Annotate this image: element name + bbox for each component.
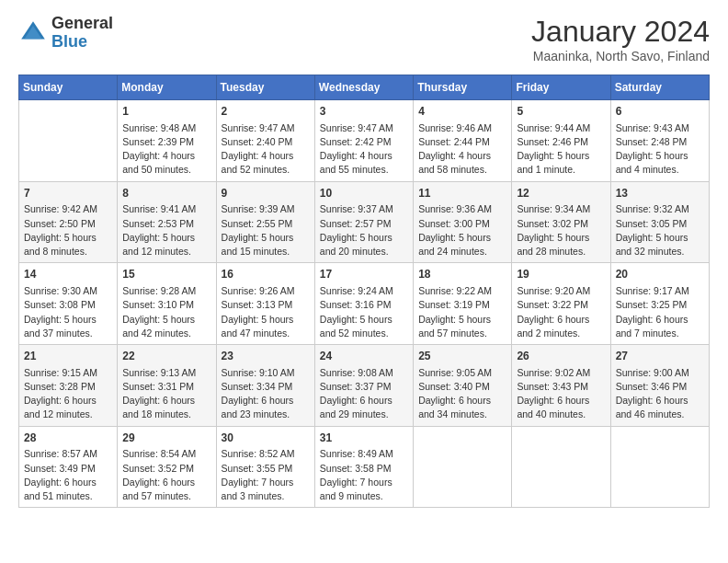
calendar-cell: 22Sunrise: 9:13 AMSunset: 3:31 PMDayligh… xyxy=(118,345,216,427)
calendar-cell: 23Sunrise: 9:10 AMSunset: 3:34 PMDayligh… xyxy=(216,345,314,427)
day-info: Sunrise: 8:49 AMSunset: 3:58 PMDaylight:… xyxy=(320,447,408,503)
day-info: Sunrise: 9:05 AMSunset: 3:40 PMDaylight:… xyxy=(418,366,506,422)
calendar-cell: 11Sunrise: 9:36 AMSunset: 3:00 PMDayligh… xyxy=(414,181,512,263)
calendar-cell: 31Sunrise: 8:49 AMSunset: 3:58 PMDayligh… xyxy=(314,426,413,508)
day-info: Sunrise: 8:54 AMSunset: 3:52 PMDaylight:… xyxy=(122,447,210,503)
day-info: Sunrise: 9:39 AMSunset: 2:55 PMDaylight:… xyxy=(222,202,310,259)
day-number: 16 xyxy=(222,267,310,282)
day-number: 30 xyxy=(222,431,310,446)
day-number: 6 xyxy=(616,104,704,120)
calendar-cell: 5Sunrise: 9:44 AMSunset: 2:46 PMDaylight… xyxy=(512,100,610,182)
calendar-cell: 30Sunrise: 8:52 AMSunset: 3:55 PMDayligh… xyxy=(216,426,314,508)
day-number: 9 xyxy=(222,186,310,201)
calendar-cell: 24Sunrise: 9:08 AMSunset: 3:37 PMDayligh… xyxy=(314,345,413,427)
day-number: 14 xyxy=(24,267,112,282)
calendar-cell: 9Sunrise: 9:39 AMSunset: 2:55 PMDaylight… xyxy=(216,181,314,263)
header: General Blue January 2024 Maaninka, Nort… xyxy=(18,15,710,63)
calendar-cell: 15Sunrise: 9:28 AMSunset: 3:10 PMDayligh… xyxy=(118,263,216,345)
logo-text: General Blue xyxy=(51,15,113,52)
day-number: 18 xyxy=(418,267,506,282)
day-info: Sunrise: 9:47 AMSunset: 2:42 PMDaylight:… xyxy=(320,121,408,178)
logo-blue: Blue xyxy=(51,33,113,52)
calendar-cell: 10Sunrise: 9:37 AMSunset: 2:57 PMDayligh… xyxy=(314,181,413,263)
header-cell-wednesday: Wednesday xyxy=(314,75,413,100)
day-info: Sunrise: 9:36 AMSunset: 3:00 PMDaylight:… xyxy=(418,202,506,259)
day-info: Sunrise: 9:13 AMSunset: 3:31 PMDaylight:… xyxy=(122,366,210,422)
day-number: 7 xyxy=(24,186,112,201)
calendar-row: 21Sunrise: 9:15 AMSunset: 3:28 PMDayligh… xyxy=(19,345,710,427)
day-info: Sunrise: 9:10 AMSunset: 3:34 PMDaylight:… xyxy=(222,366,310,422)
calendar-cell: 20Sunrise: 9:17 AMSunset: 3:25 PMDayligh… xyxy=(610,263,709,345)
day-info: Sunrise: 9:17 AMSunset: 3:25 PMDaylight:… xyxy=(616,284,704,340)
calendar-row: 28Sunrise: 8:57 AMSunset: 3:49 PMDayligh… xyxy=(19,426,710,508)
day-number: 11 xyxy=(418,186,506,201)
logo: General Blue xyxy=(18,15,113,52)
calendar-cell: 26Sunrise: 9:02 AMSunset: 3:43 PMDayligh… xyxy=(512,345,610,427)
header-cell-tuesday: Tuesday xyxy=(216,75,314,100)
calendar-cell: 14Sunrise: 9:30 AMSunset: 3:08 PMDayligh… xyxy=(19,263,118,345)
calendar-cell: 13Sunrise: 9:32 AMSunset: 3:05 PMDayligh… xyxy=(610,181,709,263)
header-row: SundayMondayTuesdayWednesdayThursdayFrid… xyxy=(19,75,710,100)
calendar-cell: 21Sunrise: 9:15 AMSunset: 3:28 PMDayligh… xyxy=(19,345,118,427)
day-info: Sunrise: 9:44 AMSunset: 2:46 PMDaylight:… xyxy=(517,121,605,178)
day-info: Sunrise: 9:26 AMSunset: 3:13 PMDaylight:… xyxy=(222,284,310,340)
day-number: 5 xyxy=(517,104,605,120)
day-number: 4 xyxy=(418,104,506,120)
day-info: Sunrise: 9:48 AMSunset: 2:39 PMDaylight:… xyxy=(122,121,210,178)
calendar-body: 1Sunrise: 9:48 AMSunset: 2:39 PMDaylight… xyxy=(19,100,710,508)
calendar-table: SundayMondayTuesdayWednesdayThursdayFrid… xyxy=(18,75,710,508)
day-number: 10 xyxy=(320,186,408,201)
calendar-cell xyxy=(414,426,512,508)
calendar-cell: 16Sunrise: 9:26 AMSunset: 3:13 PMDayligh… xyxy=(216,263,314,345)
day-info: Sunrise: 9:00 AMSunset: 3:46 PMDaylight:… xyxy=(616,366,704,422)
day-info: Sunrise: 9:34 AMSunset: 3:02 PMDaylight:… xyxy=(517,202,605,259)
day-number: 19 xyxy=(517,267,605,282)
calendar-cell: 4Sunrise: 9:46 AMSunset: 2:44 PMDaylight… xyxy=(414,100,512,182)
calendar-cell: 25Sunrise: 9:05 AMSunset: 3:40 PMDayligh… xyxy=(414,345,512,427)
day-info: Sunrise: 8:57 AMSunset: 3:49 PMDaylight:… xyxy=(24,447,112,503)
day-number: 26 xyxy=(517,349,605,364)
day-number: 13 xyxy=(616,186,704,201)
month-title: January 2024 xyxy=(531,15,710,49)
day-info: Sunrise: 9:37 AMSunset: 2:57 PMDaylight:… xyxy=(320,202,408,259)
calendar-row: 7Sunrise: 9:42 AMSunset: 2:50 PMDaylight… xyxy=(19,181,710,263)
day-info: Sunrise: 9:22 AMSunset: 3:19 PMDaylight:… xyxy=(418,284,506,340)
header-cell-saturday: Saturday xyxy=(610,75,709,100)
calendar-cell: 3Sunrise: 9:47 AMSunset: 2:42 PMDaylight… xyxy=(314,100,413,182)
day-number: 21 xyxy=(24,349,112,364)
day-info: Sunrise: 9:20 AMSunset: 3:22 PMDaylight:… xyxy=(517,284,605,340)
day-info: Sunrise: 8:52 AMSunset: 3:55 PMDaylight:… xyxy=(222,447,310,503)
day-info: Sunrise: 9:24 AMSunset: 3:16 PMDaylight:… xyxy=(320,284,408,340)
day-number: 17 xyxy=(320,267,408,282)
day-info: Sunrise: 9:08 AMSunset: 3:37 PMDaylight:… xyxy=(320,366,408,422)
calendar-cell: 18Sunrise: 9:22 AMSunset: 3:19 PMDayligh… xyxy=(414,263,512,345)
day-number: 8 xyxy=(122,186,210,201)
calendar-cell xyxy=(610,426,709,508)
calendar-row: 14Sunrise: 9:30 AMSunset: 3:08 PMDayligh… xyxy=(19,263,710,345)
day-info: Sunrise: 9:41 AMSunset: 2:53 PMDaylight:… xyxy=(122,202,210,259)
day-number: 15 xyxy=(122,267,210,282)
day-info: Sunrise: 9:46 AMSunset: 2:44 PMDaylight:… xyxy=(418,121,506,178)
header-cell-friday: Friday xyxy=(512,75,610,100)
subtitle: Maaninka, North Savo, Finland xyxy=(531,49,710,63)
day-info: Sunrise: 9:28 AMSunset: 3:10 PMDaylight:… xyxy=(122,284,210,340)
day-info: Sunrise: 9:42 AMSunset: 2:50 PMDaylight:… xyxy=(24,202,112,259)
logo-icon xyxy=(18,18,48,48)
calendar-cell: 27Sunrise: 9:00 AMSunset: 3:46 PMDayligh… xyxy=(610,345,709,427)
day-number: 28 xyxy=(24,431,112,446)
day-number: 24 xyxy=(320,349,408,364)
calendar-cell: 1Sunrise: 9:48 AMSunset: 2:39 PMDaylight… xyxy=(118,100,216,182)
day-info: Sunrise: 9:32 AMSunset: 3:05 PMDaylight:… xyxy=(616,202,704,259)
day-number: 20 xyxy=(616,267,704,282)
calendar-cell: 19Sunrise: 9:20 AMSunset: 3:22 PMDayligh… xyxy=(512,263,610,345)
day-info: Sunrise: 9:47 AMSunset: 2:40 PMDaylight:… xyxy=(222,121,310,178)
day-number: 22 xyxy=(122,349,210,364)
header-cell-sunday: Sunday xyxy=(19,75,118,100)
day-number: 27 xyxy=(616,349,704,364)
day-number: 2 xyxy=(222,104,310,120)
calendar-cell: 6Sunrise: 9:43 AMSunset: 2:48 PMDaylight… xyxy=(610,100,709,182)
day-number: 29 xyxy=(122,431,210,446)
day-number: 25 xyxy=(418,349,506,364)
calendar-cell xyxy=(512,426,610,508)
calendar-cell: 2Sunrise: 9:47 AMSunset: 2:40 PMDaylight… xyxy=(216,100,314,182)
